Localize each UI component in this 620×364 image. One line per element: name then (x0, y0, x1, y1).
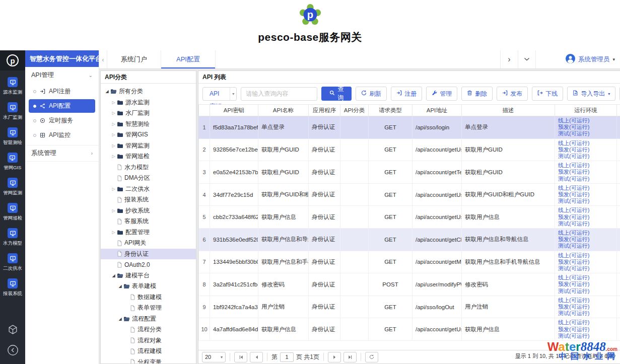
tree-collapsed-icon[interactable]: ▷ (110, 143, 117, 148)
tree-node[interactable]: DMA分区 (101, 173, 196, 184)
tree-node[interactable]: ▷智慧测绘 (101, 119, 196, 130)
table-row[interactable]: 6931b536e0edf5208获取用户信息和导航信息身份认证GET/api/… (199, 229, 620, 251)
sign-out-button[interactable]: 下线 (532, 87, 563, 101)
table-row[interactable]: 7133449e5bbf30b05获取用户信息和手机导航信息身份认证GET/ap… (199, 251, 620, 273)
env-run-link[interactable]: 线上(可运行) (558, 207, 613, 213)
user-menu[interactable]: 系统管理员 ▾ (535, 50, 620, 68)
tree-node[interactable]: ▷配置管理 (101, 227, 196, 238)
table-row[interactable]: 2932856e7ce12be01获取用户GUID身份认证GET/api/acc… (199, 138, 620, 161)
tree-collapsed-icon[interactable]: ▷ (110, 154, 117, 159)
tree-expanded-icon[interactable]: ◢ (117, 284, 123, 288)
module-item[interactable]: 二次供水 (3, 253, 23, 272)
table-row[interactable]: 434df77e29c15d获取用户GUID和租户GUID身份认证GET/api… (199, 183, 620, 206)
tree-node[interactable]: ▷抄收系统 (101, 205, 196, 216)
env-run-link[interactable]: 测试(可运行) (558, 243, 613, 249)
tree-collapsed-icon[interactable]: ▷ (110, 132, 117, 137)
column-header[interactable]: API密钥 (210, 105, 258, 116)
env-run-link[interactable]: 预发(可运行) (558, 326, 613, 333)
env-run-link[interactable]: 预发(可运行) (558, 147, 613, 153)
env-run-link[interactable]: 线上(可运行) (558, 140, 613, 147)
sidebar-item[interactable]: API监控 (29, 128, 95, 142)
env-run-link[interactable]: 测试(可运行) (558, 221, 613, 227)
module-item[interactable]: 智慧测绘 (3, 127, 23, 146)
sidebar-item[interactable]: 定时服务 (29, 114, 95, 127)
env-run-link[interactable]: 预发(可运行) (558, 259, 613, 265)
env-run-link[interactable]: 预发(可运行) (558, 236, 613, 243)
env-run-link[interactable]: 测试(可运行) (558, 198, 613, 204)
page-number-input[interactable] (280, 352, 294, 362)
env-run-link[interactable]: 预发(可运行) (558, 281, 613, 287)
env-run-link[interactable]: 线上(可运行) (558, 274, 613, 281)
env-run-link[interactable]: 线上(可运行) (558, 297, 613, 304)
row-index-header[interactable] (199, 105, 210, 116)
page-size-select[interactable]: 20 ▾ (202, 352, 226, 362)
module-item[interactable]: 水厂监测 (3, 102, 23, 121)
tree-collapsed-icon[interactable]: ▷ (110, 187, 117, 191)
collapse-rail-icon[interactable] (7, 344, 19, 358)
module-item[interactable]: 管网GIS (3, 153, 22, 171)
tree-node[interactable]: 身份认证 (101, 249, 196, 260)
env-run-link[interactable]: 线上(可运行) (558, 117, 613, 124)
prev-page-button[interactable] (250, 352, 263, 362)
tree-node[interactable]: OAuth2.0 (101, 259, 196, 270)
env-run-link[interactable]: 预发(可运行) (558, 304, 613, 310)
tree-collapsed-icon[interactable]: ▷ (110, 208, 117, 213)
tree-collapsed-icon[interactable]: ▷ (110, 230, 117, 235)
env-run-link[interactable]: 预发(可运行) (558, 124, 613, 130)
env-run-link[interactable]: 预发(可运行) (558, 191, 613, 198)
tree-node[interactable]: 流程对象 (101, 335, 196, 346)
tree-node[interactable]: 流程建模 (101, 346, 196, 357)
tree-node[interactable]: 流程分类 (101, 324, 196, 335)
first-page-button[interactable] (234, 352, 247, 362)
wrench-button[interactable]: 管理 (426, 87, 457, 101)
tree-node[interactable]: ◢所有分类 (101, 86, 196, 97)
tree-node[interactable]: 数据建模 (101, 292, 196, 303)
tree-expanded-icon[interactable]: ◢ (117, 317, 123, 321)
table-row[interactable]: 5cbb2c733a648f626获取用户信息身份认证GET/api/accou… (199, 206, 620, 229)
column-header[interactable]: 运行环境 (555, 105, 617, 116)
tree-node[interactable]: ▷管网巡检 (101, 151, 196, 162)
tree-node[interactable]: 表单管理 (101, 303, 196, 314)
tree-node[interactable]: ◢建模平台 (101, 270, 196, 281)
env-run-link[interactable]: 线上(可运行) (558, 252, 613, 259)
tree-expanded-icon[interactable]: ◢ (104, 89, 110, 94)
tree-collapsed-icon[interactable]: ▷ (110, 111, 117, 115)
env-run-link[interactable]: 预发(可运行) (558, 169, 613, 175)
env-run-link[interactable]: 测试(可运行) (558, 288, 613, 295)
doc-transfer-button[interactable]: 导入导出▾ (567, 87, 615, 101)
env-run-link[interactable]: 线上(可运行) (558, 185, 613, 191)
menu-section-api[interactable]: API管理⌄ (25, 67, 99, 84)
sidebar-item[interactable]: API配置 (29, 99, 95, 113)
column-header[interactable]: API地址 (412, 105, 462, 116)
tree-node[interactable]: ▷管网监测 (101, 140, 196, 152)
tree-node[interactable]: 报装系统 (101, 194, 196, 205)
env-run-link[interactable]: 线上(可运行) (558, 230, 613, 236)
last-page-button[interactable] (343, 352, 357, 362)
next-page-button[interactable] (328, 352, 341, 362)
table-row[interactable]: 91bf9242fca7a4a33用户注销身份认证GET/api/sso/log… (199, 296, 620, 318)
env-run-link[interactable]: 线上(可运行) (558, 162, 613, 169)
tab-api-config[interactable]: API配置 (161, 50, 216, 68)
column-header[interactable]: 应用程序 (309, 105, 340, 116)
tree-node[interactable]: 水力模型 (101, 162, 196, 173)
env-run-link[interactable]: 测试(可运行) (558, 176, 613, 182)
search-input[interactable] (241, 87, 317, 101)
query-button[interactable]: 查询 (321, 87, 352, 101)
env-run-link[interactable]: 测试(可运行) (558, 130, 613, 137)
tree-node[interactable]: ▷二次供水 (101, 184, 196, 195)
publish-button[interactable]: 发布 (497, 87, 528, 101)
tree-node[interactable]: ▷源水监测 (101, 97, 196, 108)
combo-caret-icon[interactable]: ▾ (230, 88, 236, 100)
tree-node[interactable]: ▷管网GIS (101, 129, 196, 140)
env-run-link[interactable]: 测试(可运行) (558, 333, 613, 339)
cube-icon[interactable] (8, 324, 18, 337)
tree-node[interactable]: 客服系统 (101, 216, 196, 227)
column-header[interactable]: API分类 (340, 105, 369, 116)
tree-node[interactable]: ◢表单建模 (101, 281, 196, 292)
tree-node[interactable]: API网关 (101, 238, 196, 249)
module-item[interactable]: 管网监测 (3, 178, 23, 196)
module-item[interactable]: 源水监测 (3, 77, 23, 96)
column-header[interactable]: API名称 (258, 105, 309, 116)
sign-in-button[interactable]: 注册 (391, 87, 422, 101)
module-item[interactable]: 水力模型 (3, 228, 23, 247)
